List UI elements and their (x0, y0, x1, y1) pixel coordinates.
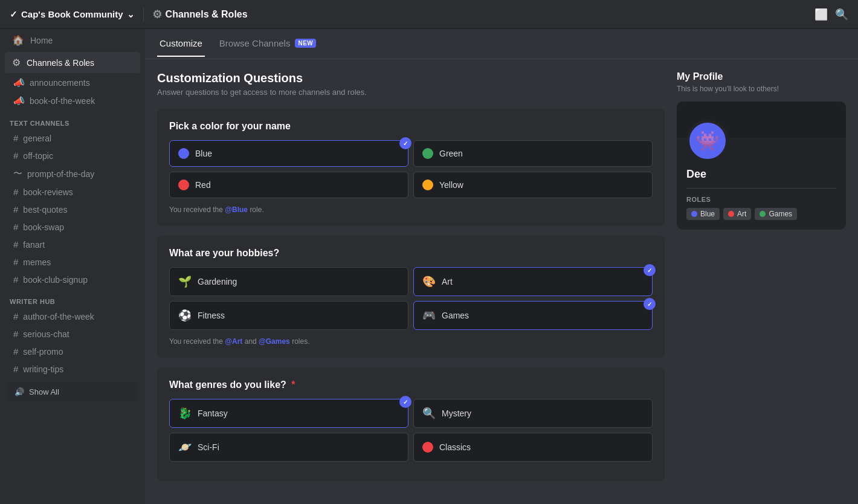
sidebar-channel-prompt[interactable]: 〜 prompt-of-the-day (5, 165, 140, 183)
hash-icon-author: # (13, 311, 18, 321)
hobbies-role-received: You received the @Art and @Games roles. (169, 337, 653, 346)
tab-customize-label: Customize (160, 38, 202, 48)
role-dot-blue (691, 211, 697, 217)
role-dot-games (760, 211, 766, 217)
games-check: ✓ (644, 298, 656, 310)
sidebar-channel-off-topic[interactable]: # off-topic (5, 147, 140, 164)
hash-icon-best-quotes: # (13, 204, 18, 215)
option-games[interactable]: 🎮 Games ✓ (413, 301, 653, 330)
sidebar: 🏠 Home ⚙ Channels & Roles 📣 announcement… (0, 29, 145, 504)
option-fitness[interactable]: ⚽ Fitness (169, 301, 408, 330)
sidebar-channel-self-promo[interactable]: # self-promo (5, 343, 140, 360)
sidebar-channel-writing-tips[interactable]: # writing-tips (5, 361, 140, 377)
color-role-received: You received the @Blue role. (169, 205, 653, 214)
profile-card: 👾 Dee ROLES Blue Art (677, 102, 846, 230)
option-scifi[interactable]: 🪐 Sci-Fi (169, 433, 408, 462)
green-dot (422, 148, 433, 159)
option-mystery[interactable]: 🔍 Mystery (413, 399, 653, 428)
option-red-label: Red (195, 180, 211, 190)
fitness-emoji: ⚽ (178, 309, 192, 322)
option-art-label: Art (442, 277, 453, 286)
new-badge: NEW (295, 39, 316, 48)
option-classics[interactable]: Classics (413, 433, 653, 462)
art-check: ✓ (644, 264, 656, 276)
red-dot (178, 179, 189, 190)
channel-label-selfpromo: self-promo (23, 347, 63, 357)
announce-icon-1: 📣 (13, 77, 25, 88)
sidebar-channel-book-reviews[interactable]: # book-reviews (5, 184, 140, 200)
sidebar-channel-announcements[interactable]: 📣 announcements (5, 74, 140, 91)
show-all-button[interactable]: 🔊 Show All (7, 383, 138, 401)
channel-label-tips: writing-tips (23, 364, 63, 374)
tab-customize[interactable]: Customize (157, 31, 205, 57)
search-icon[interactable]: 🔍 (835, 8, 848, 21)
channel-title-bar: ⚙ Channels & Roles (152, 8, 248, 21)
option-fantasy[interactable]: 🐉 Fantasy ✓ (169, 399, 408, 428)
channel-label-memes: memes (23, 257, 51, 267)
question-card-color: Pick a color for your name Blue ✓ Green (157, 109, 665, 226)
channel-label-author: author-of-the-week (23, 312, 94, 321)
top-right-icons: ⬜ 🔍 (814, 8, 848, 21)
yellow-dot (422, 179, 433, 190)
role-label-blue: Blue (700, 210, 715, 218)
hash-icon-tips: # (13, 364, 18, 374)
sidebar-item-channels-roles[interactable]: ⚙ Channels & Roles (5, 52, 140, 73)
hobbies-role-games: @Games (259, 337, 290, 346)
hash-icon-book-swap: # (13, 222, 18, 232)
role-label-art: Art (737, 210, 746, 218)
window-icon[interactable]: ⬜ (814, 8, 828, 21)
show-all-icon: 🔊 (15, 387, 24, 396)
profile-username: Dee (677, 168, 846, 181)
option-blue[interactable]: Blue ✓ (169, 140, 408, 167)
announce-icon-2: 📣 (13, 95, 25, 106)
option-green[interactable]: Green (413, 140, 653, 167)
roles-list: Blue Art Games (677, 208, 846, 230)
option-classics-label: Classics (439, 442, 471, 452)
option-art[interactable]: 🎨 Art ✓ (413, 267, 653, 296)
top-divider (143, 7, 144, 22)
profile-panel: My Profile This is how you'll look to ot… (677, 71, 846, 492)
fantasy-check: ✓ (399, 396, 411, 408)
channel-label-book-reviews: book-reviews (23, 187, 73, 197)
home-icon: 🏠 (12, 34, 24, 46)
sidebar-channel-book-of-the-week[interactable]: 📣 book-of-the-week (5, 92, 140, 109)
hash-icon-serious: # (13, 329, 18, 339)
hash-icon-selfpromo: # (13, 346, 18, 357)
hash-icon-memes: # (13, 257, 18, 267)
tab-browse[interactable]: Browse Channels NEW (217, 31, 318, 57)
option-yellow[interactable]: Yellow (413, 172, 653, 198)
hash-icon-fanart: # (13, 239, 18, 250)
sidebar-channel-serious-chat[interactable]: # serious-chat (5, 326, 140, 342)
sidebar-channel-memes[interactable]: # memes (5, 254, 140, 270)
tab-browse-label: Browse Channels (219, 38, 291, 48)
server-chevron-icon: ⌄ (127, 9, 135, 20)
channel-label-announcements: announcements (30, 78, 90, 88)
channels-roles-icon: ⚙ (12, 57, 21, 68)
sidebar-channel-book-swap[interactable]: # book-swap (5, 219, 140, 235)
option-fantasy-label: Fantasy (198, 409, 228, 418)
sidebar-channel-author-of-the-week[interactable]: # author-of-the-week (5, 308, 140, 325)
color-role-suffix: role. (250, 205, 263, 214)
option-red[interactable]: Red (169, 172, 408, 198)
writer-hub-label: WRITER HUB (0, 288, 145, 308)
channel-label-best-quotes: best-quotes (23, 205, 67, 215)
channel-hash-icon: ⚙ (152, 8, 162, 21)
server-name[interactable]: ✓ Cap's Book Community ⌄ (10, 9, 135, 20)
color-role-text: You received the (169, 205, 223, 214)
hobbies-role-and: and (245, 337, 259, 346)
option-gardening[interactable]: 🌱 Gardening (169, 267, 408, 296)
sidebar-channel-book-club-signup[interactable]: # book-club-signup (5, 271, 140, 288)
sidebar-channel-general[interactable]: # general (5, 130, 140, 146)
gardening-emoji: 🌱 (178, 275, 192, 288)
question-title-hobbies: What are your hobbies? (169, 248, 653, 259)
option-green-label: Green (439, 149, 463, 158)
sidebar-item-home[interactable]: 🏠 Home (5, 30, 140, 51)
color-role-tag: @Blue (225, 205, 248, 214)
games-emoji: 🎮 (422, 309, 436, 322)
channel-label-book-swap: book-swap (23, 222, 64, 232)
option-blue-label: Blue (195, 149, 212, 158)
hobbies-role-suffix: roles. (292, 337, 309, 346)
color-options-grid: Blue ✓ Green Red Yell (169, 140, 653, 198)
sidebar-channel-fanart[interactable]: # fanart (5, 236, 140, 253)
sidebar-channel-best-quotes[interactable]: # best-quotes (5, 201, 140, 218)
